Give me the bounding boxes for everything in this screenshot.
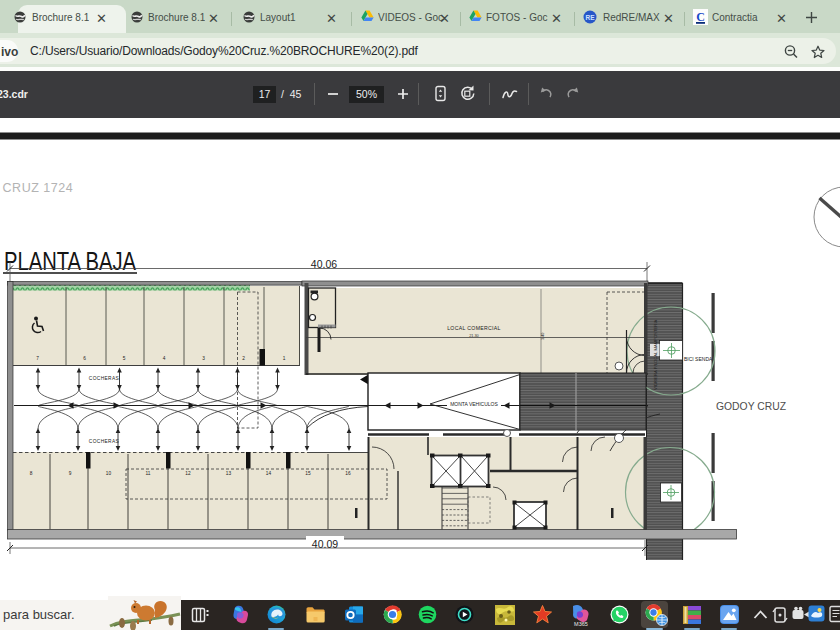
svg-text:14: 14 bbox=[266, 471, 272, 476]
svg-text:8: 8 bbox=[30, 471, 33, 476]
svg-text:11: 11 bbox=[146, 471, 151, 476]
svg-text:7: 7 bbox=[36, 356, 39, 361]
svg-text:6: 6 bbox=[83, 356, 86, 361]
svg-text:MONTA VEHICULOS: MONTA VEHICULOS bbox=[450, 401, 498, 407]
svg-text:40.06: 40.06 bbox=[311, 258, 337, 270]
svg-text:2: 2 bbox=[242, 356, 245, 361]
svg-text:VIDRIERA P/LOCAL MAMPOSTERIA: VIDRIERA P/LOCAL MAMPOSTERIA bbox=[653, 319, 658, 390]
svg-text:10: 10 bbox=[106, 471, 112, 476]
svg-text:RE: RE bbox=[585, 14, 595, 21]
svg-text:M365: M365 bbox=[574, 621, 588, 627]
svg-text:12: 12 bbox=[185, 471, 191, 476]
svg-text:4: 4 bbox=[163, 356, 166, 361]
svg-text:16: 16 bbox=[345, 471, 351, 476]
svg-text:LOCAL COMERCIAL: LOCAL COMERCIAL bbox=[447, 325, 501, 331]
svg-text:40.09: 40.09 bbox=[312, 538, 338, 550]
svg-text:COCHERAS: COCHERAS bbox=[89, 439, 119, 444]
svg-text:C: C bbox=[696, 10, 705, 24]
svg-text:COCHERAS: COCHERAS bbox=[89, 376, 119, 381]
svg-text:PLANTA BAJA: PLANTA BAJA bbox=[4, 247, 136, 275]
svg-text:BICI SENDA: BICI SENDA bbox=[684, 356, 713, 362]
svg-text:3: 3 bbox=[202, 356, 205, 361]
svg-text:9: 9 bbox=[69, 471, 72, 476]
svg-text:15: 15 bbox=[305, 471, 311, 476]
svg-text:1: 1 bbox=[283, 356, 286, 361]
svg-text:GODOY CRUZ: GODOY CRUZ bbox=[716, 400, 786, 412]
svg-text:21.30: 21.30 bbox=[469, 334, 479, 338]
svg-text:13: 13 bbox=[226, 471, 232, 476]
svg-text:3.40: 3.40 bbox=[541, 333, 545, 340]
svg-text:Y CRUZ 1724: Y CRUZ 1724 bbox=[0, 181, 73, 195]
svg-text:5: 5 bbox=[123, 356, 126, 361]
